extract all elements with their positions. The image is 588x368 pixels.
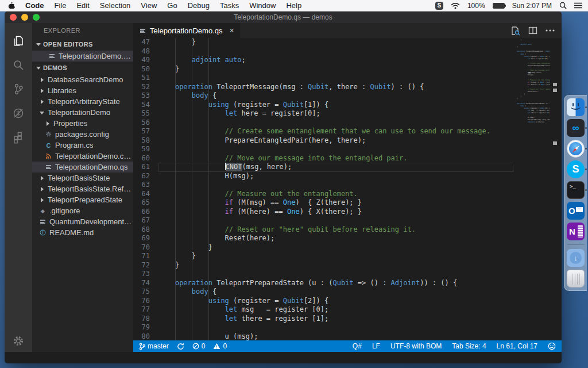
- window-title-bar[interactable]: TeleportationDemo.qs — demos: [5, 12, 562, 23]
- wifi-icon[interactable]: [451, 2, 460, 9]
- code-line[interactable]: 58 PrepareEntangledPair(here, there);: [133, 136, 513, 145]
- tab-teleportationdemo[interactable]: TeleportationDemo.qs ×: [133, 23, 241, 38]
- dock-terminal-icon[interactable]: >_: [567, 181, 585, 199]
- minimize-window-button[interactable]: [21, 14, 28, 21]
- code-line[interactable]: 51: [133, 74, 513, 83]
- code-line[interactable]: 56: [133, 118, 513, 128]
- debug-icon[interactable]: [5, 101, 32, 125]
- source-control-icon[interactable]: [5, 77, 32, 101]
- explorer-icon[interactable]: [5, 29, 32, 53]
- tree-item-readme-md[interactable]: README.md: [32, 227, 133, 238]
- code-editor[interactable]: 47 }4849 adjoint auto;50 }5152 operation…: [133, 38, 513, 340]
- code-line[interactable]: 55 let here = register[0];: [133, 109, 513, 118]
- menu-help[interactable]: Help: [281, 0, 307, 12]
- menu-file[interactable]: File: [49, 0, 72, 12]
- dock-skype-icon[interactable]: S: [567, 160, 585, 178]
- demos-section-header[interactable]: DEMOS: [32, 62, 133, 74]
- search-icon[interactable]: [5, 53, 32, 77]
- code-line[interactable]: 49 adjoint auto;: [133, 56, 513, 65]
- menu-window[interactable]: Window: [244, 0, 281, 12]
- dock-onenote-icon[interactable]: N: [567, 223, 585, 240]
- status-q#[interactable]: Q#: [353, 342, 362, 350]
- warning-count[interactable]: 0: [213, 342, 227, 350]
- code-line[interactable]: 75 body {: [133, 288, 513, 297]
- status-lf[interactable]: LF: [372, 342, 380, 350]
- tree-item-teleportationdemo-cspr-[interactable]: TeleportationDemo.cspr…: [32, 151, 133, 162]
- tree-item-databasesearchdemo[interactable]: DatabaseSearchDemo: [32, 74, 133, 85]
- menu-go[interactable]: Go: [162, 0, 182, 12]
- code-line[interactable]: 60 // Move our message into the entangle…: [133, 154, 513, 163]
- status-ln-61-col-17[interactable]: Ln 61, Col 17: [497, 342, 537, 350]
- menu-code[interactable]: Code: [20, 0, 49, 12]
- code-line[interactable]: 47 }: [133, 38, 513, 47]
- code-line[interactable]: 70 }: [133, 243, 513, 252]
- menu-view[interactable]: View: [136, 0, 162, 12]
- close-window-button[interactable]: [10, 14, 17, 21]
- code-line[interactable]: 73: [133, 270, 513, 279]
- tree-item-teleportbasisstate[interactable]: TeleportBasisState: [32, 172, 133, 183]
- sync-button[interactable]: [177, 343, 184, 350]
- tree-item-teleportationdemo-qs-[interactable]: TeleportationDemo.qs …: [32, 51, 133, 62]
- menu-edit[interactable]: Edit: [71, 0, 94, 12]
- skype-status-icon[interactable]: S: [435, 2, 443, 10]
- find-in-file-icon[interactable]: [510, 26, 520, 36]
- menu-tasks[interactable]: Tasks: [215, 0, 244, 12]
- menu-clock[interactable]: Sun 2:07 PM: [512, 2, 552, 10]
- dock-outlook-icon[interactable]: O: [567, 202, 585, 220]
- menu-selection[interactable]: Selection: [95, 0, 136, 12]
- battery-icon[interactable]: [493, 3, 505, 9]
- code-line[interactable]: 69 Reset(here);: [133, 234, 513, 243]
- tree-item-teleportarbitrarystate[interactable]: TeleportArbitraryState: [32, 96, 133, 107]
- menu-debug[interactable]: Debug: [183, 0, 215, 12]
- code-line[interactable]: 74 operation TeleportPreparedState (u : …: [133, 279, 513, 288]
- code-line[interactable]: 48: [133, 47, 513, 56]
- code-line[interactable]: 65 if (M(msg) == One) { Z(there); }: [133, 198, 513, 208]
- notification-center-icon[interactable]: [574, 2, 582, 9]
- code-line[interactable]: 64 // Measure out the entanglement.: [133, 190, 513, 199]
- code-line[interactable]: 78 let there = register [1];: [133, 315, 513, 324]
- close-tab-icon[interactable]: ×: [229, 26, 234, 35]
- tree-item--gitignore[interactable]: ◆.gitignore: [32, 205, 133, 216]
- code-line[interactable]: 57 // Create some entanglement that we c…: [133, 127, 513, 136]
- dock-finder-icon[interactable]: [567, 98, 585, 116]
- tree-item-program-cs[interactable]: CProgram.cs: [32, 140, 133, 151]
- code-line[interactable]: 53 body {: [133, 91, 513, 101]
- tree-item-properties[interactable]: Properties: [32, 118, 133, 129]
- code-line[interactable]: 62 H(msg);: [133, 172, 513, 181]
- code-line[interactable]: 77 let msg = register [0];: [133, 305, 513, 315]
- code-line[interactable]: 68 // Reset our "here" qubit before rele…: [133, 225, 513, 235]
- tree-item-libraries[interactable]: Libraries: [32, 85, 133, 96]
- code-line[interactable]: 61 CNOT(msg, here);: [133, 163, 513, 172]
- feedback-smiley-icon[interactable]: [548, 342, 556, 350]
- tree-item-teleportpreparedstate[interactable]: TeleportPreparedState: [32, 194, 133, 205]
- code-line[interactable]: 79: [133, 323, 513, 332]
- tree-item-teleportationdemo-qs[interactable]: TeleportationDemo.qs: [32, 162, 133, 172]
- dock-downloads-icon[interactable]: ↓: [567, 249, 585, 267]
- tree-item-packages-config[interactable]: packages.config: [32, 129, 133, 140]
- code-line[interactable]: 52 operation TeleportMessage(msg : Qubit…: [133, 83, 513, 92]
- open-editors-header[interactable]: OPEN EDITORS: [32, 38, 133, 51]
- apple-icon[interactable]: [8, 1, 16, 10]
- git-branch-indicator[interactable]: master: [139, 342, 169, 350]
- zoom-window-button[interactable]: [33, 14, 40, 21]
- tree-item-teleportationdemo[interactable]: TeleportationDemo: [32, 107, 133, 118]
- extensions-icon[interactable]: [5, 125, 32, 150]
- split-editor-icon[interactable]: [528, 26, 537, 35]
- spotlight-icon[interactable]: [559, 2, 567, 9]
- code-line[interactable]: 54 using (register = Qubit[1]) {: [133, 101, 513, 110]
- tree-item-quantumdevelopmentkitd-[interactable]: QuantumDevelopmentKitD..: [32, 216, 133, 227]
- code-line[interactable]: 80 u (msg);: [133, 332, 513, 341]
- dock-safari-icon[interactable]: [567, 140, 585, 158]
- code-line[interactable]: 59: [133, 145, 513, 154]
- code-line[interactable]: 72 }: [133, 261, 513, 270]
- dock-vscode-icon[interactable]: ∞: [567, 119, 585, 137]
- overview-ruler-scrollbar[interactable]: [550, 38, 562, 340]
- minimap[interactable]: } adjoint auto; } operation TeleportMess…: [513, 38, 550, 340]
- dock-trash-icon[interactable]: [567, 270, 585, 288]
- status-tab-size-4[interactable]: Tab Size: 4: [452, 342, 486, 350]
- code-line[interactable]: 66 if (M(here) == One) { X(there); }: [133, 208, 513, 217]
- code-line[interactable]: 71 }: [133, 252, 513, 261]
- tree-item-teleportbasisstate-refact-[interactable]: TeleportBasisState.Refact…: [32, 183, 133, 194]
- code-line[interactable]: 67: [133, 216, 513, 225]
- error-count[interactable]: 0: [192, 342, 206, 350]
